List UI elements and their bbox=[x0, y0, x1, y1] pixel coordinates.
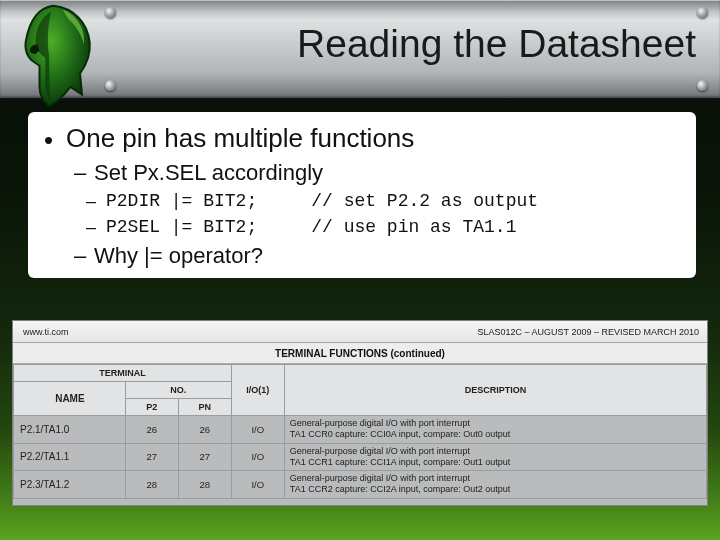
col-terminal: TERMINAL bbox=[14, 365, 232, 382]
table-row: P2.3/TA1.2 28 28 I/O General-purpose dig… bbox=[14, 471, 707, 499]
code-text: P2DIR |= BIT2; // set P2.2 as output bbox=[106, 191, 538, 211]
code-text: P2SEL |= BIT2; // use pin as TA1.1 bbox=[106, 217, 516, 237]
col-p2: P2 bbox=[125, 399, 178, 416]
cell-io: I/O bbox=[231, 471, 284, 499]
content-card: •One pin has multiple functions –Set Px.… bbox=[28, 112, 696, 278]
col-io: I/O(1) bbox=[231, 365, 284, 416]
code-line: –P2SEL |= BIT2; // use pin as TA1.1 bbox=[106, 215, 680, 239]
cell-name: P2.3/TA1.2 bbox=[14, 471, 126, 499]
slide-body: •One pin has multiple functions –Set Px.… bbox=[28, 112, 696, 288]
cell-pn: 28 bbox=[178, 471, 231, 499]
cell-io: I/O bbox=[231, 443, 284, 471]
datasheet-header: www.ti.com SLAS012C – AUGUST 2009 – REVI… bbox=[13, 321, 707, 343]
bullet-text: Set Px.SEL accordingly bbox=[94, 160, 323, 185]
spartan-logo-icon bbox=[0, 0, 112, 114]
datasheet-rev: SLAS012C – AUGUST 2009 – REVISED MARCH 2… bbox=[478, 327, 699, 337]
bullet-text: One pin has multiple functions bbox=[66, 123, 414, 153]
datasheet-excerpt: www.ti.com SLAS012C – AUGUST 2009 – REVI… bbox=[12, 320, 708, 506]
bullet-level-1: •One pin has multiple functions bbox=[66, 122, 680, 155]
datasheet-site: www.ti.com bbox=[23, 327, 69, 337]
cell-pn: 26 bbox=[178, 416, 231, 444]
cell-name: P2.2/TA1.1 bbox=[14, 443, 126, 471]
datasheet-section-title: TERMINAL FUNCTIONS (continued) bbox=[13, 343, 707, 364]
cell-p2: 28 bbox=[125, 471, 178, 499]
table-row: P2.2/TA1.1 27 27 I/O General-purpose dig… bbox=[14, 443, 707, 471]
slide: Reading the Datasheet •One pin has multi… bbox=[0, 0, 720, 540]
code-line: –P2DIR |= BIT2; // set P2.2 as output bbox=[106, 189, 680, 213]
terminal-functions-table: TERMINAL I/O(1) DESCRIPTION NAME NO. P2 … bbox=[13, 364, 707, 499]
cell-pn: 27 bbox=[178, 443, 231, 471]
bullet-text: Why |= operator? bbox=[94, 243, 263, 268]
col-name: NAME bbox=[14, 382, 126, 416]
rivet-icon bbox=[697, 7, 708, 18]
cell-desc: General-purpose digital I/O with port in… bbox=[284, 443, 706, 471]
col-no: NO. bbox=[125, 382, 231, 399]
page-title: Reading the Datasheet bbox=[297, 22, 696, 66]
cell-desc: General-purpose digital I/O with port in… bbox=[284, 416, 706, 444]
table-row: P2.1/TA1.0 26 26 I/O General-purpose dig… bbox=[14, 416, 707, 444]
col-desc: DESCRIPTION bbox=[284, 365, 706, 416]
cell-p2: 26 bbox=[125, 416, 178, 444]
col-pn: PN bbox=[178, 399, 231, 416]
cell-name: P2.1/TA1.0 bbox=[14, 416, 126, 444]
rivet-icon bbox=[697, 80, 708, 91]
bullet-level-2: –Why |= operator? bbox=[94, 242, 680, 271]
cell-io: I/O bbox=[231, 416, 284, 444]
bullet-level-2: –Set Px.SEL accordingly bbox=[94, 159, 680, 188]
cell-desc: General-purpose digital I/O with port in… bbox=[284, 471, 706, 499]
cell-p2: 27 bbox=[125, 443, 178, 471]
